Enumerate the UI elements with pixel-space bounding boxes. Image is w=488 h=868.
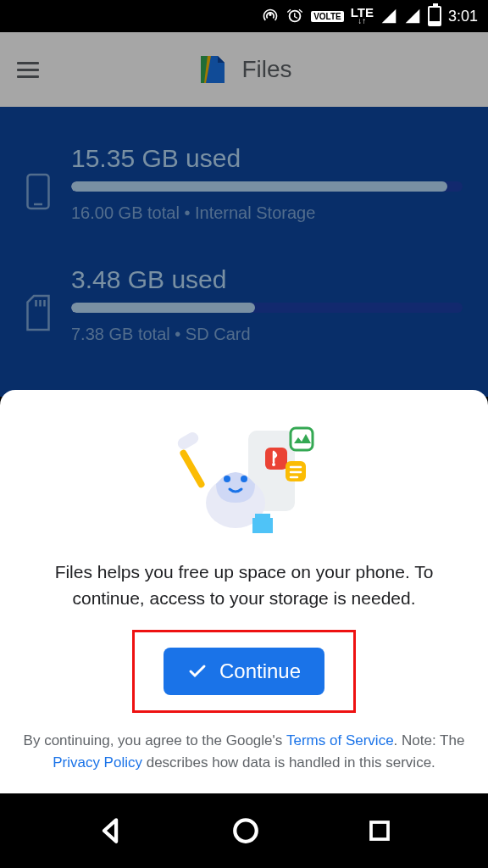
app-title: Files: [241, 56, 291, 83]
recent-icon[interactable]: [367, 818, 392, 843]
svg-rect-11: [265, 448, 287, 470]
sdcard-progress: [71, 303, 463, 313]
storage-overview: 15.35 GB used 16.00 GB total • Internal …: [0, 107, 488, 397]
sdcard-used-label: 3.48 GB used: [71, 265, 463, 294]
internal-progress-fill: [71, 181, 447, 192]
modal-message: Files helps you free up space on your ph…: [20, 559, 468, 611]
svg-rect-8: [175, 431, 201, 452]
svg-rect-13: [291, 428, 313, 450]
sdcard-total-label: 7.38 GB total • SD Card: [71, 325, 463, 344]
signal-1-icon: [380, 8, 397, 25]
internal-progress: [71, 181, 463, 192]
clock: 3:01: [448, 8, 478, 25]
privacy-link[interactable]: Privacy Policy: [53, 754, 142, 771]
sdcard-icon: [25, 292, 51, 333]
internal-total-label: 16.00 GB total • Internal Storage: [71, 203, 463, 223]
terms-link[interactable]: Terms of Service: [286, 732, 394, 748]
status-bar: VOLTE LTE ↓↑ 3:01: [0, 0, 488, 32]
highlight-annotation: Continue: [132, 630, 356, 713]
internal-storage-item[interactable]: 15.35 GB used 16.00 GB total • Internal …: [25, 144, 463, 223]
hotspot-icon: [262, 8, 279, 25]
sdcard-progress-fill: [71, 303, 255, 313]
volte-badge: VOLTE: [311, 11, 344, 22]
modal-illustration: [20, 414, 468, 541]
files-logo-icon: [196, 53, 230, 86]
lte-indicator: LTE ↓↑: [351, 8, 374, 25]
svg-point-12: [272, 463, 275, 466]
back-icon[interactable]: [96, 816, 125, 845]
svg-point-10: [241, 476, 247, 482]
app-header: Files: [0, 32, 488, 107]
legal-text: By continuing, you agree to the Google's…: [20, 730, 468, 773]
signal-2-icon: [404, 8, 421, 25]
battery-icon: [428, 6, 441, 26]
alarm-icon: [286, 7, 304, 25]
system-nav-bar: [0, 793, 488, 868]
continue-button[interactable]: Continue: [164, 648, 324, 695]
sdcard-storage-item[interactable]: 3.48 GB used 7.38 GB total • SD Card: [25, 265, 463, 344]
permission-modal: Files helps you free up space on your ph…: [0, 390, 488, 793]
home-icon[interactable]: [231, 816, 260, 845]
check-icon: [187, 661, 208, 682]
svg-point-9: [224, 476, 230, 482]
internal-used-label: 15.35 GB used: [71, 144, 463, 173]
phone-icon: [25, 171, 51, 212]
menu-icon[interactable]: [17, 62, 39, 78]
svg-point-18: [235, 820, 257, 842]
svg-rect-19: [371, 822, 388, 839]
svg-rect-7: [179, 448, 206, 488]
